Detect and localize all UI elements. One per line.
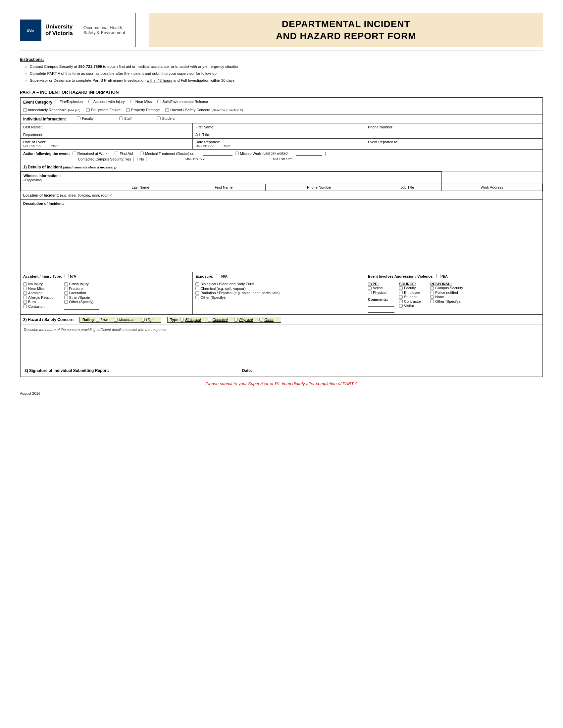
- checkbox-source-employee[interactable]: Employee: [399, 291, 420, 295]
- other-response-field[interactable]: [430, 304, 468, 309]
- checkbox-crush[interactable]: Crush Injury: [64, 282, 89, 286]
- date-mmddyy-sub1: MM / DD / YY: [23, 145, 41, 148]
- checkbox-campus-security[interactable]: Campus Security: [430, 286, 463, 290]
- checkbox-other-accident[interactable]: Other (Specify):: [64, 300, 95, 304]
- checkbox-laceration[interactable]: Laceration: [64, 291, 86, 295]
- checkbox-allergic[interactable]: Allergic Reaction: [23, 296, 56, 299]
- medical-treatment-date[interactable]: [203, 151, 232, 156]
- checkbox-exposure-na[interactable]: N/A: [216, 274, 227, 278]
- type-label: TYPE:: [368, 282, 395, 286]
- checkbox-medical-treatment[interactable]: Medical Treatment (Doctor) on:: [140, 152, 195, 156]
- checkbox-source-visitor[interactable]: Visitor: [399, 304, 414, 308]
- checkbox-type-other[interactable]: Other: [259, 318, 273, 322]
- contacted-campus-label: Contacted Campus Security: Yes: [78, 157, 131, 161]
- checkbox-property-damage[interactable]: Property Damage: [126, 108, 160, 112]
- checkbox-no-injury[interactable]: No Injury: [23, 282, 43, 286]
- other-exposure-field[interactable]: [195, 300, 362, 305]
- other-accident-field[interactable]: [64, 305, 99, 310]
- comments-label: Comments:: [368, 297, 395, 301]
- location-sublabel: (e.g. area, building, floor, room):: [60, 193, 112, 197]
- phone-number: 250-721-7599: [78, 65, 102, 68]
- accident-label: Accident / Injury Type:: [23, 274, 62, 278]
- signature-field[interactable]: [112, 368, 228, 373]
- time-sub2: TIME: [223, 145, 231, 148]
- checkbox-spill-environmental[interactable]: Spill/Environmental Release: [157, 100, 208, 104]
- checkbox-student[interactable]: Student: [157, 116, 174, 120]
- checkbox-source-contractor[interactable]: Contractor: [399, 299, 421, 303]
- witness-empty-top: [99, 172, 442, 184]
- signature-label: 3) Signature of Individual Submitting Re…: [24, 368, 109, 373]
- checkbox-contusion[interactable]: Contusion: [23, 304, 45, 308]
- uvic-logo-icon: UVic: [20, 20, 41, 41]
- checkbox-no[interactable]: [146, 157, 150, 161]
- comments-field[interactable]: [368, 302, 395, 307]
- instruction-item-3: Supervisor or Designate to complete Part…: [30, 78, 543, 83]
- checkbox-rating-low[interactable]: Low: [96, 318, 107, 322]
- description-label: Description of Incident:: [23, 202, 64, 205]
- checkbox-verbal[interactable]: Verbal: [368, 286, 383, 290]
- hazard-heading: 2) Hazard / Safety Concern: [23, 317, 73, 322]
- checkbox-rating-high[interactable]: High: [141, 318, 154, 322]
- checkbox-source-student[interactable]: Student: [399, 295, 417, 299]
- checkbox-strain[interactable]: Strain/Sprain: [64, 296, 90, 299]
- checkbox-immediately-reportable[interactable]: Immediately Reportable (see p.3): [23, 108, 80, 112]
- comments-field-2[interactable]: [368, 308, 395, 313]
- department-cell: Department:: [20, 131, 193, 139]
- page-header: UVic University of Victoria Occupational…: [20, 13, 543, 51]
- event-category-cell-2: Immediately Reportable (see p.3) Equipme…: [20, 106, 543, 114]
- footer-submit: Please submit to your Supervisor or P.I.…: [20, 381, 543, 386]
- witness-spacer: [21, 184, 99, 191]
- event-reported-field[interactable]: [399, 140, 459, 144]
- last-name-cell: Last Name:: [20, 123, 193, 131]
- checkbox-remained[interactable]: Remained at Work: [72, 152, 108, 156]
- checkbox-none[interactable]: None: [430, 295, 444, 299]
- checkbox-biological[interactable]: Biological / Blood and Body Fluid: [195, 282, 254, 286]
- phone-number-cell: Phone Number:: [365, 123, 543, 131]
- checkbox-rating-moderate[interactable]: Moderate: [114, 318, 134, 322]
- location-label: Location of Incident:: [23, 193, 59, 197]
- checkbox-faculty[interactable]: Faculty: [77, 116, 93, 120]
- witness-col-firstname: First Name: [182, 184, 265, 191]
- checkbox-other-exposure[interactable]: Other (Specify):: [195, 296, 226, 299]
- checkbox-burn[interactable]: Burn: [23, 300, 36, 304]
- checkbox-near-miss-2[interactable]: Near Miss: [23, 287, 45, 291]
- exposure-label: Exposure:: [195, 274, 213, 278]
- checkbox-type-physical[interactable]: Physical: [234, 318, 253, 322]
- checkbox-radiation[interactable]: Radiation / Physical (e.g. noise, heat, …: [195, 291, 279, 295]
- checkbox-police-notified[interactable]: Police notified: [430, 291, 458, 295]
- checkbox-first-aid[interactable]: First Aid: [115, 152, 133, 156]
- checkbox-type-chemical[interactable]: Chemical: [208, 318, 228, 322]
- checkbox-fracture[interactable]: Fracture: [64, 287, 83, 291]
- checkbox-type-biological[interactable]: Biological: [180, 318, 201, 322]
- checkbox-staff[interactable]: Staff: [119, 116, 131, 120]
- signature-row: 3) Signature of Individual Submitting Re…: [20, 365, 543, 377]
- instructions-list: Contact Campus Security at 250-721-7599 …: [20, 64, 543, 84]
- action-row: Action following the event: Remained at …: [20, 150, 543, 163]
- hazard-row: 2) Hazard / Safety Concern Rating Low Mo…: [20, 315, 543, 365]
- checkbox-hazard-safety[interactable]: Hazard / Safety Concern (Describe in sec…: [165, 108, 243, 112]
- missed-work-date[interactable]: [296, 151, 322, 156]
- checkbox-yes[interactable]: [133, 157, 137, 161]
- checkbox-equipment-failure[interactable]: Equipment Failure: [86, 108, 120, 112]
- location-cell: Location of Incident: (e.g. area, buildi…: [20, 191, 543, 200]
- job-title-label: Job Title:: [195, 133, 210, 137]
- details-heading-cell: 1) Details of Incident (attach separate …: [20, 163, 543, 171]
- checkbox-accident-na[interactable]: N/A: [65, 274, 76, 278]
- checkbox-fire-explosion[interactable]: Fire/Explosion: [55, 100, 83, 104]
- date-field[interactable]: [255, 368, 321, 373]
- svg-text:UVic: UVic: [27, 29, 34, 33]
- witness-col-phone: Phone Number: [265, 184, 373, 191]
- checkbox-chemical[interactable]: Chemical (e.g. spill, vapour): [195, 287, 245, 291]
- checkbox-physical[interactable]: Physical: [368, 291, 387, 295]
- checkbox-source-faculty[interactable]: Faculty: [399, 286, 416, 290]
- first-name-cell: First Name:: [193, 123, 365, 131]
- checkbox-missed-work[interactable]: Missed Work (Last day worked:: [235, 152, 289, 156]
- checkbox-other-response[interactable]: Other (Specify):: [430, 299, 461, 303]
- checkbox-near-miss-1[interactable]: Near Miss: [130, 100, 152, 104]
- checkbox-accident-injury[interactable]: Accident with Injury: [88, 100, 125, 104]
- university-name: University of Victoria: [45, 23, 73, 37]
- source-label: SOURCE:: [399, 282, 426, 286]
- checkbox-abrasion[interactable]: Abrasion: [23, 291, 42, 295]
- date-event-cell: Date of Event: MM / DD / YY TIME: [20, 139, 193, 150]
- checkbox-aggression-na[interactable]: N/A: [436, 274, 448, 278]
